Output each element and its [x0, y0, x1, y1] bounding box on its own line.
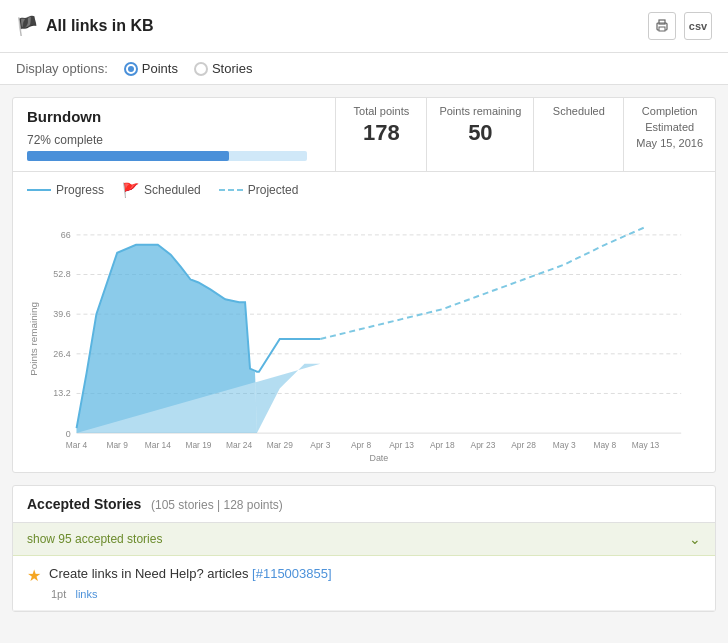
- legend-projected-label: Projected: [248, 183, 299, 197]
- story-meta: 1pt links: [27, 588, 701, 600]
- x-label-apr3: Apr 3: [310, 440, 330, 450]
- stat-total-value: 178: [348, 120, 414, 146]
- export-button[interactable]: csv: [684, 12, 712, 40]
- x-label-mar4: Mar 4: [66, 440, 88, 450]
- accepted-stories-header: Accepted Stories (105 stories | 128 poin…: [13, 486, 715, 523]
- chart-legend: Progress 🚩 Scheduled Projected: [13, 172, 715, 202]
- x-label-may13: May 13: [632, 440, 660, 450]
- legend-scheduled-label: Scheduled: [144, 183, 201, 197]
- chart-container: Points remaining 0 13.2 26.4 39.6 52.8 6…: [13, 202, 715, 472]
- accepted-stories-section: Accepted Stories (105 stories | 128 poin…: [12, 485, 716, 612]
- header-icons: csv: [648, 12, 712, 40]
- projected-line-icon: [219, 189, 243, 191]
- print-button[interactable]: [648, 12, 676, 40]
- story-title-row: ★ Create links in Need Help? articles [#…: [27, 566, 701, 585]
- print-icon: [655, 19, 669, 33]
- burndown-chart: Points remaining 0 13.2 26.4 39.6 52.8 6…: [27, 206, 701, 462]
- x-label-mar19: Mar 19: [185, 440, 211, 450]
- x-label-may3: May 3: [553, 440, 576, 450]
- x-axis-label: Date: [369, 453, 388, 462]
- star-icon: ★: [27, 566, 41, 585]
- legend-progress: Progress: [27, 183, 104, 197]
- x-label-mar9: Mar 9: [106, 440, 128, 450]
- export-icon: csv: [689, 20, 707, 32]
- x-label-apr8: Apr 8: [351, 440, 371, 450]
- display-options-label: Display options:: [16, 61, 108, 76]
- flag-icon: 🏴: [16, 15, 38, 37]
- display-options-bar: Display options: Points Stories: [0, 53, 728, 85]
- progress-label: 72% complete: [27, 133, 321, 147]
- story-title-main: Create links in Need Help? articles: [49, 566, 248, 581]
- legend-scheduled: 🚩 Scheduled: [122, 182, 201, 198]
- radio-points[interactable]: Points: [124, 61, 178, 76]
- y-label-0: 0: [66, 429, 71, 439]
- y-label-13: 13.2: [53, 388, 70, 398]
- x-label-apr23: Apr 23: [471, 440, 496, 450]
- stat-scheduled: Scheduled: [533, 98, 623, 171]
- page-header-left: 🏴 All links in KB: [16, 15, 154, 37]
- radio-stories-label: Stories: [212, 61, 252, 76]
- chart-area-fill2: [77, 245, 259, 433]
- x-label-apr13: Apr 13: [389, 440, 414, 450]
- stat-remaining-value: 50: [439, 120, 521, 146]
- stat-scheduled-header: Scheduled: [546, 104, 611, 118]
- stat-total-points: Total points 178: [336, 98, 426, 171]
- svg-rect-2: [659, 27, 665, 31]
- x-label-may8: May 8: [593, 440, 616, 450]
- burndown-progress-area: 72% complete: [27, 133, 321, 161]
- y-label-26: 26.4: [53, 349, 70, 359]
- page-title: All links in KB: [46, 17, 154, 35]
- progress-bar-bg: [27, 151, 307, 161]
- burndown-section: Burndown 72% complete Total points 178 P…: [12, 97, 716, 473]
- x-label-apr28: Apr 28: [511, 440, 536, 450]
- y-axis-label: Points remaining: [28, 302, 39, 376]
- progress-line-icon: [27, 189, 51, 191]
- stat-completion-value: EstimatedMay 15, 2016: [636, 120, 703, 151]
- stat-total-header: Total points: [348, 104, 414, 118]
- page-header: 🏴 All links in KB csv: [0, 0, 728, 53]
- x-label-apr18: Apr 18: [430, 440, 455, 450]
- progress-bar-fill: [27, 151, 229, 161]
- x-label-mar29: Mar 29: [267, 440, 293, 450]
- chevron-down-icon: ⌄: [689, 531, 701, 547]
- show-accepted-stories-row[interactable]: show 95 accepted stories ⌄: [13, 523, 715, 556]
- burndown-stats: Total points 178 Points remaining 50 Sch…: [335, 98, 715, 171]
- y-label-39: 39.6: [53, 309, 70, 319]
- radio-points-label: Points: [142, 61, 178, 76]
- y-label-66: 66: [61, 230, 71, 240]
- story-points: 1pt: [51, 588, 66, 600]
- display-radio-group: Points Stories: [124, 61, 253, 76]
- stat-completion: Completion EstimatedMay 15, 2016: [623, 98, 715, 171]
- accepted-stories-meta: (105 stories | 128 points): [151, 498, 283, 512]
- story-item: ★ Create links in Need Help? articles [#…: [13, 556, 715, 611]
- burndown-title: Burndown: [27, 108, 321, 125]
- story-id: #115003855: [256, 566, 328, 581]
- burndown-header: Burndown 72% complete Total points 178 P…: [13, 98, 715, 172]
- y-label-52: 52.8: [53, 270, 70, 280]
- projected-line: [320, 227, 645, 339]
- legend-projected: Projected: [219, 183, 299, 197]
- burndown-title-area: Burndown 72% complete: [13, 98, 335, 171]
- x-label-mar14: Mar 14: [145, 440, 171, 450]
- stat-remaining-header: Points remaining: [439, 104, 521, 118]
- story-id-link[interactable]: [#115003855]: [252, 566, 332, 581]
- radio-points-circle: [124, 62, 138, 76]
- radio-stories[interactable]: Stories: [194, 61, 252, 76]
- legend-progress-label: Progress: [56, 183, 104, 197]
- scheduled-flag-icon: 🚩: [122, 182, 139, 198]
- x-label-mar24: Mar 24: [226, 440, 252, 450]
- show-accepted-stories-text: show 95 accepted stories: [27, 532, 162, 546]
- story-tag-link[interactable]: links: [75, 588, 97, 600]
- stat-completion-header: Completion: [636, 104, 703, 118]
- radio-stories-circle: [194, 62, 208, 76]
- story-title-text: Create links in Need Help? articles [#11…: [49, 566, 332, 581]
- accepted-stories-title: Accepted Stories: [27, 496, 141, 512]
- stat-remaining: Points remaining 50: [426, 98, 533, 171]
